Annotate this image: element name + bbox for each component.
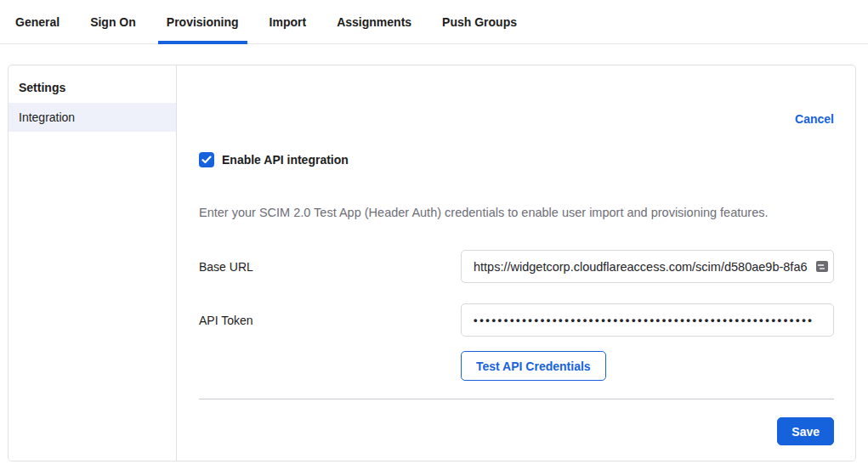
cancel-button[interactable]: Cancel [795,112,834,126]
save-button[interactable]: Save [777,417,834,445]
tab-provisioning[interactable]: Provisioning [158,0,247,43]
api-token-label: API Token [199,314,461,327]
tab-import[interactable]: Import [261,0,315,43]
enable-api-integration-label: Enable API integration [222,153,349,167]
footer-divider [199,399,834,399]
tab-assignments[interactable]: Assignments [328,0,420,43]
api-token-input[interactable] [461,303,834,337]
credentials-description: Enter your SCIM 2.0 Test App (Header Aut… [199,206,834,219]
test-api-credentials-button[interactable]: Test API Credentials [461,351,606,381]
settings-sidebar: Settings Integration [9,65,177,461]
tab-sign-on[interactable]: Sign On [82,0,145,43]
base-url-label: Base URL [199,260,461,274]
text-cursor-icon [816,261,828,272]
app-tab-bar: General Sign On Provisioning Import Assi… [0,0,868,44]
sidebar-heading: Settings [9,72,176,103]
checkmark-icon [201,156,212,164]
provisioning-panel: Settings Integration Cancel Enable API i… [8,65,856,462]
sidebar-item-integration[interactable]: Integration [9,103,176,132]
tab-push-groups[interactable]: Push Groups [434,0,525,43]
integration-settings-content: Cancel Enable API integration Enter your… [177,65,855,461]
base-url-input[interactable] [461,250,834,283]
enable-api-integration-checkbox[interactable] [199,152,214,167]
tab-general[interactable]: General [7,0,68,43]
